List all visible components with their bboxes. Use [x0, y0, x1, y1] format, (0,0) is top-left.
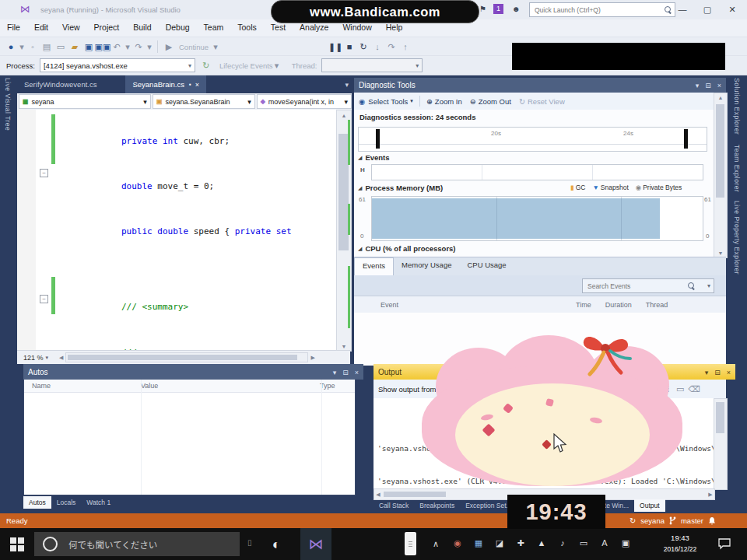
nav-forward-icon[interactable]: ◦ — [26, 40, 39, 53]
menu-debug[interactable]: Debug — [159, 19, 197, 35]
status-branch[interactable]: master — [681, 516, 703, 525]
doc-tab-2[interactable]: SeyanaBrain.cs ▪ × — [125, 75, 206, 93]
scroll-up-icon[interactable]: ▲ — [337, 110, 351, 118]
hscroll-left-icon[interactable]: ◀ — [374, 492, 382, 498]
scroll-down-icon[interactable]: ▼ — [714, 250, 727, 256]
save-all-icon[interactable]: ▣▣ — [96, 40, 109, 53]
pen-input-handle[interactable] — [405, 532, 416, 555]
bell-icon[interactable] — [708, 516, 716, 525]
range-handle-right[interactable] — [684, 129, 688, 149]
tray-app6-icon[interactable]: ▣ — [616, 538, 635, 548]
window-position-caret-icon[interactable]: ▾ — [333, 369, 337, 376]
outline-collapse-icon[interactable]: – — [40, 295, 48, 303]
memory-section-header[interactable]: ◢ Process Memory (MB) — [358, 184, 443, 192]
new-file-icon[interactable]: ▤ — [40, 40, 53, 53]
stop-debug-icon[interactable]: ■ — [343, 40, 356, 53]
zoom-level[interactable]: 121 % — [23, 354, 44, 362]
taskbar-clock[interactable]: 19:43 2016/12/22 — [652, 533, 708, 555]
action-center-icon[interactable] — [717, 537, 731, 550]
zoom-out-icon[interactable]: ⊖ — [470, 97, 476, 106]
section-collapse-icon[interactable]: ◢ — [358, 246, 362, 252]
undo-caret-icon[interactable]: ▾ — [124, 40, 131, 53]
step-into-icon[interactable]: ↓ — [371, 40, 384, 53]
menu-project[interactable]: Project — [87, 19, 127, 35]
feedback-flag-icon[interactable]: ⚑ — [479, 5, 486, 13]
zoom-in-button[interactable]: Zoom In — [435, 97, 462, 106]
search-events-input[interactable] — [586, 282, 681, 291]
tab-output[interactable]: Output — [634, 499, 665, 512]
zoom-caret-icon[interactable]: ▾ — [46, 355, 49, 361]
nav-back-caret-icon[interactable]: ▾ — [19, 40, 25, 53]
tab-events[interactable]: Events — [354, 257, 394, 276]
maximize-button[interactable]: ▢ — [699, 5, 716, 15]
taskbar-search[interactable]: 何でも聞いてください — [34, 532, 240, 556]
col-duration[interactable]: Duration — [605, 301, 632, 309]
refresh-process-icon[interactable]: ↻ — [200, 59, 212, 72]
hscroll-thumb[interactable] — [68, 355, 297, 360]
menu-file[interactable]: File — [0, 19, 27, 35]
editor-vscrollbar[interactable]: ▲ ▼ — [336, 110, 352, 352]
notification-badge[interactable]: 1 — [493, 4, 503, 14]
scroll-thumb[interactable] — [716, 402, 724, 433]
search-icon[interactable] — [665, 6, 672, 13]
menu-build[interactable]: Build — [126, 19, 158, 35]
zoom-out-button[interactable]: Zoom Out — [479, 97, 511, 106]
tab-cpu-usage[interactable]: CPU Usage — [459, 257, 514, 276]
pin-icon[interactable]: ⊟ — [714, 369, 721, 376]
window-position-caret-icon[interactable]: ▾ — [696, 82, 700, 89]
sidebar-tab-live-visual-tree[interactable]: Live Visual Tree — [4, 78, 12, 131]
tab-memory-usage[interactable]: Memory Usage — [394, 257, 459, 276]
sidebar-tab-team-explorer[interactable]: Team Explorer — [733, 145, 741, 192]
menu-edit[interactable]: Edit — [27, 19, 55, 35]
tray-app4-icon[interactable]: ✚ — [511, 538, 530, 548]
select-tools-caret-icon[interactable]: ▾ — [410, 98, 413, 104]
taskbar-app-browser[interactable]: ◐ — [263, 533, 289, 556]
doc-tab-1[interactable]: SerifyWindowevent.cs — [17, 75, 103, 93]
start-debug-icon[interactable]: ▶ — [163, 40, 175, 53]
minimize-button[interactable]: — — [674, 5, 691, 14]
start-button[interactable] — [10, 537, 24, 551]
cpu-section-header[interactable]: ◢ CPU (% of all processors) — [358, 244, 456, 253]
col-time[interactable]: Time — [576, 301, 591, 309]
select-tools-button[interactable]: Select Tools — [368, 97, 408, 106]
search-icon[interactable] — [688, 282, 695, 289]
task-view-icon[interactable]: ▯ — [247, 538, 252, 547]
status-project[interactable]: seyana — [640, 516, 665, 525]
private-bytes-icon[interactable]: ◉ — [636, 184, 641, 191]
tray-app5-icon[interactable]: ▲ — [532, 538, 551, 548]
close-panel-icon[interactable]: × — [355, 369, 359, 376]
process-combo[interactable]: [4124] seyana.vshost.exe▾ — [40, 58, 195, 72]
tray-volume-icon[interactable]: ♪ — [553, 538, 572, 548]
timeline-ruler[interactable]: 20s 24s — [358, 127, 707, 152]
scroll-down-icon[interactable]: ▼ — [337, 344, 351, 349]
col-value[interactable]: Value — [141, 382, 320, 390]
menu-view[interactable]: View — [55, 19, 87, 35]
class-dropdown[interactable]: ▣seyana.SeyanaBrain▾ — [153, 94, 255, 109]
events-section-header[interactable]: ◢ Events — [358, 153, 390, 162]
member-dropdown[interactable]: ◆moveSeyana(int x, in▾ — [257, 94, 352, 109]
redo-icon[interactable]: ↷ — [132, 40, 145, 53]
select-tools-icon[interactable]: ◉ — [359, 97, 365, 106]
lifecycle-events-label[interactable]: Lifecycle Events — [219, 61, 273, 70]
range-handle-left[interactable] — [376, 129, 380, 149]
col-event[interactable]: Event — [381, 301, 398, 309]
quick-launch-input[interactable] — [533, 5, 649, 15]
doc-close-icon[interactable]: × — [195, 81, 199, 89]
col-thread[interactable]: Thread — [646, 301, 668, 309]
lifecycle-caret-icon[interactable]: ▾ — [274, 59, 280, 72]
zoom-in-icon[interactable]: ⊕ — [426, 97, 433, 106]
tab-breakpoints[interactable]: Breakpoints — [414, 499, 460, 512]
diagnostics-vscrollbar[interactable]: ▲ ▼ — [714, 93, 728, 258]
tray-app2-icon[interactable]: ▦ — [469, 538, 488, 548]
pin-icon[interactable]: ⊟ — [342, 369, 349, 376]
publish-icon[interactable]: ↻ — [630, 516, 636, 525]
legend-private-bytes[interactable]: Private Bytes — [643, 184, 682, 191]
close-panel-icon[interactable]: × — [727, 369, 731, 376]
ime-mode-icon[interactable]: A — [595, 538, 614, 548]
continue-label[interactable]: Continue — [179, 43, 209, 51]
redo-caret-icon[interactable]: ▾ — [146, 40, 153, 53]
undo-icon[interactable]: ↶ — [110, 40, 123, 53]
quick-launch[interactable] — [529, 2, 675, 17]
search-caret-icon[interactable]: ▾ — [707, 282, 710, 289]
thread-combo[interactable]: ▾ — [321, 58, 423, 72]
